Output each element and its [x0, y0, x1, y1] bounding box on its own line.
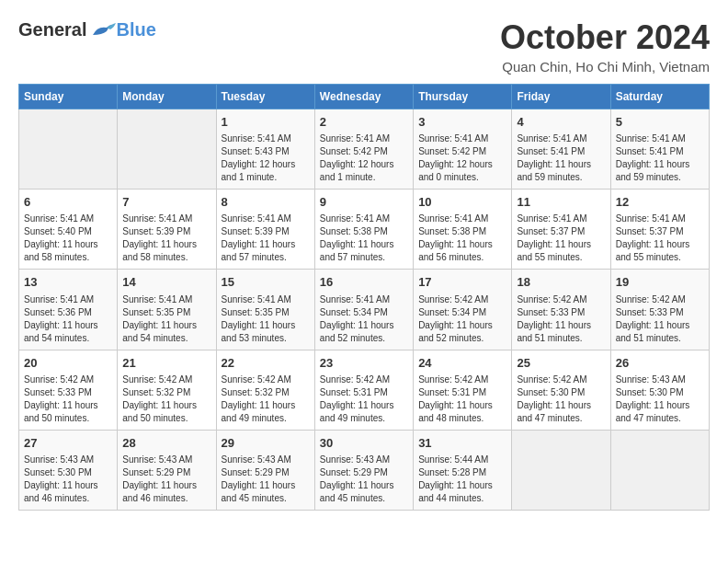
day-info: Daylight: 11 hours and 51 minutes. [517, 319, 605, 345]
weekday-header-row: SundayMondayTuesdayWednesdayThursdayFrid… [19, 85, 710, 109]
calendar-day-cell [610, 430, 709, 510]
day-info: Sunrise: 5:42 AM [24, 373, 112, 386]
day-info: Sunrise: 5:42 AM [320, 373, 408, 386]
day-number: 26 [616, 355, 704, 372]
day-info: Sunrise: 5:43 AM [320, 454, 408, 466]
day-info: Sunset: 5:39 PM [122, 225, 210, 238]
day-number: 21 [122, 355, 210, 372]
day-info: Sunrise: 5:41 AM [616, 213, 704, 225]
location-title: Quan Chin, Ho Chi Minh, Vietnam [500, 59, 710, 75]
day-info: Sunset: 5:35 PM [222, 306, 310, 319]
day-info: Daylight: 11 hours and 45 minutes. [320, 479, 408, 505]
day-info: Daylight: 11 hours and 52 minutes. [418, 319, 506, 345]
day-number: 24 [418, 355, 506, 372]
day-info: Sunrise: 5:41 AM [418, 132, 506, 145]
day-info: Daylight: 11 hours and 49 minutes. [222, 399, 310, 425]
calendar-day-cell: 5Sunrise: 5:41 AMSunset: 5:41 PMDaylight… [610, 109, 709, 190]
day-info: Sunrise: 5:41 AM [222, 293, 310, 306]
day-number: 18 [517, 274, 605, 291]
weekday-header-cell: Saturday [610, 85, 709, 109]
calendar-day-cell: 12Sunrise: 5:41 AMSunset: 5:37 PMDayligh… [610, 190, 709, 270]
day-info: Sunrise: 5:44 AM [418, 454, 506, 466]
day-number: 13 [24, 274, 112, 291]
calendar-day-cell: 28Sunrise: 5:43 AMSunset: 5:29 PMDayligh… [118, 430, 216, 510]
header: General Blue October 2024 Quan Chin, Ho … [18, 18, 710, 75]
calendar-day-cell: 13Sunrise: 5:41 AMSunset: 5:36 PMDayligh… [19, 270, 118, 350]
calendar-day-cell: 19Sunrise: 5:42 AMSunset: 5:33 PMDayligh… [610, 270, 709, 350]
day-info: Daylight: 11 hours and 58 minutes. [24, 238, 112, 264]
day-number: 30 [320, 435, 408, 452]
day-info: Sunrise: 5:42 AM [616, 293, 704, 306]
day-number: 27 [24, 435, 112, 452]
calendar-day-cell [19, 109, 118, 190]
day-info: Sunset: 5:37 PM [616, 225, 704, 238]
day-number: 29 [222, 435, 310, 452]
day-info: Sunrise: 5:42 AM [418, 373, 506, 386]
calendar-day-cell: 6Sunrise: 5:41 AMSunset: 5:40 PMDaylight… [19, 190, 118, 270]
day-number: 31 [418, 435, 506, 452]
day-number: 19 [616, 274, 704, 291]
day-info: Sunrise: 5:42 AM [517, 293, 605, 306]
day-info: Sunset: 5:30 PM [616, 386, 704, 399]
day-info: Sunset: 5:31 PM [418, 386, 506, 399]
calendar-week-row: 1Sunrise: 5:41 AMSunset: 5:43 PMDaylight… [19, 109, 710, 190]
day-info: Daylight: 11 hours and 57 minutes. [222, 238, 310, 264]
day-info: Sunset: 5:29 PM [122, 466, 210, 479]
day-info: Daylight: 12 hours and 1 minute. [222, 158, 310, 184]
calendar-day-cell: 10Sunrise: 5:41 AMSunset: 5:38 PMDayligh… [414, 190, 512, 270]
day-number: 4 [517, 114, 605, 131]
day-info: Sunrise: 5:41 AM [616, 132, 704, 145]
day-info: Sunrise: 5:41 AM [24, 293, 112, 306]
logo: General Blue [18, 18, 156, 40]
day-info: Sunset: 5:29 PM [222, 466, 310, 479]
day-info: Sunset: 5:42 PM [418, 145, 506, 158]
day-info: Daylight: 11 hours and 56 minutes. [418, 238, 506, 264]
day-info: Sunset: 5:38 PM [320, 225, 408, 238]
calendar-week-row: 6Sunrise: 5:41 AMSunset: 5:40 PMDaylight… [19, 190, 710, 270]
day-info: Sunrise: 5:41 AM [418, 213, 506, 225]
calendar-day-cell [118, 109, 216, 190]
calendar-day-cell: 21Sunrise: 5:42 AMSunset: 5:32 PMDayligh… [118, 350, 216, 430]
calendar-body: 1Sunrise: 5:41 AMSunset: 5:43 PMDaylight… [19, 109, 710, 511]
day-info: Sunrise: 5:42 AM [122, 373, 210, 386]
calendar-day-cell: 18Sunrise: 5:42 AMSunset: 5:33 PMDayligh… [512, 270, 610, 350]
day-info: Daylight: 11 hours and 55 minutes. [517, 238, 605, 264]
day-info: Daylight: 12 hours and 1 minute. [320, 158, 408, 184]
calendar-day-cell: 3Sunrise: 5:41 AMSunset: 5:42 PMDaylight… [414, 109, 512, 190]
day-info: Sunset: 5:37 PM [517, 225, 605, 238]
day-info: Sunrise: 5:42 AM [418, 293, 506, 306]
calendar-week-row: 13Sunrise: 5:41 AMSunset: 5:36 PMDayligh… [19, 270, 710, 350]
calendar-day-cell: 15Sunrise: 5:41 AMSunset: 5:35 PMDayligh… [216, 270, 314, 350]
calendar-day-cell: 11Sunrise: 5:41 AMSunset: 5:37 PMDayligh… [512, 190, 610, 270]
calendar-day-cell: 9Sunrise: 5:41 AMSunset: 5:38 PMDaylight… [314, 190, 413, 270]
day-info: Daylight: 11 hours and 59 minutes. [517, 158, 605, 184]
day-info: Sunset: 5:29 PM [320, 466, 408, 479]
day-info: Sunset: 5:35 PM [122, 306, 210, 319]
day-info: Daylight: 11 hours and 58 minutes. [122, 238, 210, 264]
calendar-table: SundayMondayTuesdayWednesdayThursdayFrid… [18, 84, 710, 511]
day-info: Sunrise: 5:43 AM [616, 373, 704, 386]
day-info: Sunrise: 5:42 AM [517, 373, 605, 386]
day-number: 2 [320, 114, 408, 131]
day-number: 20 [24, 355, 112, 372]
day-number: 9 [320, 194, 408, 211]
day-info: Sunset: 5:42 PM [320, 145, 408, 158]
calendar-day-cell: 8Sunrise: 5:41 AMSunset: 5:39 PMDaylight… [216, 190, 314, 270]
day-info: Sunset: 5:41 PM [517, 145, 605, 158]
calendar-day-cell: 16Sunrise: 5:41 AMSunset: 5:34 PMDayligh… [314, 270, 413, 350]
day-info: Daylight: 11 hours and 54 minutes. [24, 319, 112, 345]
calendar-day-cell: 29Sunrise: 5:43 AMSunset: 5:29 PMDayligh… [216, 430, 314, 510]
day-info: Sunrise: 5:41 AM [122, 213, 210, 225]
day-info: Sunset: 5:31 PM [320, 386, 408, 399]
day-info: Sunset: 5:34 PM [320, 306, 408, 319]
calendar-day-cell: 17Sunrise: 5:42 AMSunset: 5:34 PMDayligh… [414, 270, 512, 350]
day-info: Sunrise: 5:41 AM [24, 213, 112, 225]
weekday-header-cell: Tuesday [216, 85, 314, 109]
day-info: Sunset: 5:38 PM [418, 225, 506, 238]
day-number: 14 [122, 274, 210, 291]
day-number: 28 [122, 435, 210, 452]
day-info: Sunset: 5:32 PM [122, 386, 210, 399]
day-number: 10 [418, 194, 506, 211]
day-info: Daylight: 11 hours and 54 minutes. [122, 319, 210, 345]
day-info: Sunset: 5:33 PM [517, 306, 605, 319]
